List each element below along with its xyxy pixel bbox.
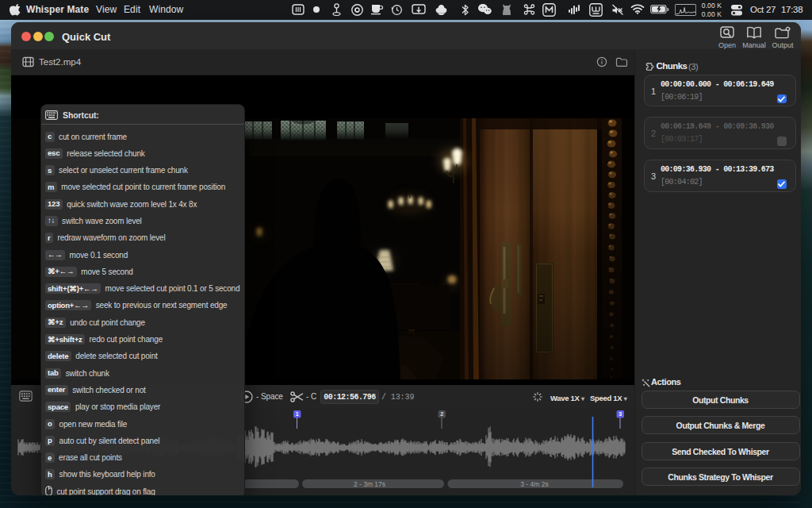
svg-text:1: 1 <box>296 411 299 417</box>
svg-text:3 - 4m 2s: 3 - 4m 2s <box>520 480 548 488</box>
svg-text:3: 3 <box>619 411 622 417</box>
svg-text:2: 2 <box>440 411 443 417</box>
svg-text:2 - 3m 17s: 2 - 3m 17s <box>354 480 385 488</box>
